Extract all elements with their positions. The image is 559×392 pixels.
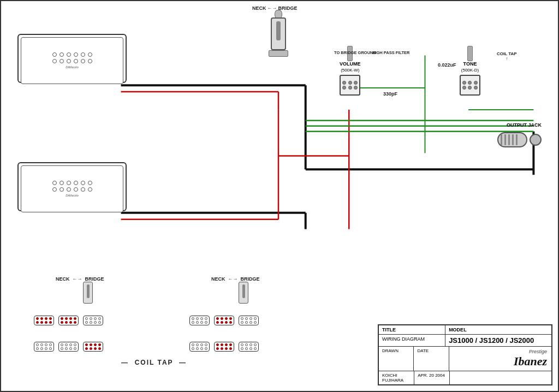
ibanez-logo-cell: Prestige Ibanez [449,347,551,371]
wiring-diagram: { "title": "WIRING DIAGRAM", "model": "J… [0,0,559,392]
model-value: JS1000 / JS1200 / JS2000 [445,335,551,346]
date-value: APR. 20 2004 [414,371,450,384]
drawn-label: DRAWN [379,347,414,371]
title-block: TITLE MODEL WIRING DIAGRAM JS1000 / JS12… [378,324,552,385]
bottom-right-row2 [189,342,259,352]
toggle-small-1 [83,282,93,304]
coil-tap-bottom-label: — COIL TAP — [121,359,187,366]
title-label: TITLE [379,325,445,334]
coil-tap-tone-label: COIL TAP ↑ [497,51,517,61]
wiring-diagram-label: WIRING DIAGRAM [379,335,445,346]
tone-pot: TONE (500K-D) [460,61,480,96]
neck-pickup-top: DiMarzio [17,34,127,83]
bottom-neck-bridge-1: NECK ←→ BRIDGE [56,276,104,282]
bottom-right-row1 [189,316,259,325]
volume-pot: VOLUME (500K-W) [340,61,361,96]
neck-bridge-top-label: NECK ←→ BRIDGE [252,5,298,11]
toggle-switch [269,17,288,57]
high-pass-filter-label: HIGH PASS FILTER [372,50,409,55]
bottom-left-row2 [34,342,103,352]
drawn-value: KOICHIFUJIHARA [379,371,414,384]
model-label: MODEL [445,325,551,334]
toggle-small-2 [239,282,248,304]
bridge-pickup: DiMarzio [17,162,127,211]
cap-022-label: 0.022uF [438,62,456,68]
bottom-neck-bridge-2: NECK ←→ BRIDGE [211,276,260,282]
cap-330-label: 330pF [383,91,397,97]
bridge-ground-label: TO BRIDGE GROUND [334,50,376,55]
output-jack: OUTPUT JACK [497,132,542,147]
bottom-left-row1 [34,316,103,325]
date-label: DATE [414,347,449,371]
